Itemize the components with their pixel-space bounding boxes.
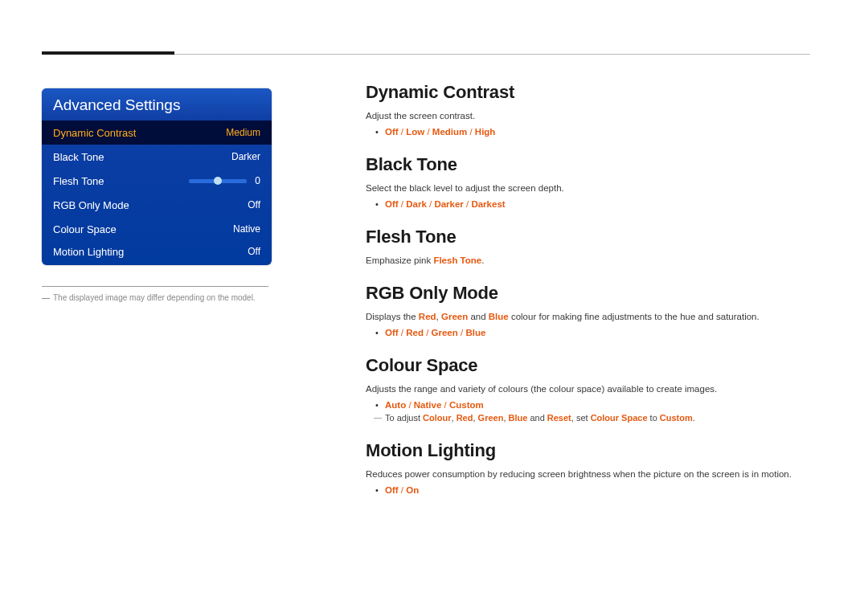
section-desc: Displays the Red, Green and Blue colour … <box>366 312 816 321</box>
highlight: Red <box>419 312 436 321</box>
option: High <box>475 127 496 137</box>
osd-row-motion-lighting[interactable]: Motion Lighting Off <box>42 241 272 265</box>
text: to <box>648 413 660 423</box>
option: Medium <box>432 127 467 137</box>
options-list: Off / On <box>366 485 816 495</box>
osd-row-value: Darker <box>231 151 260 162</box>
option: Custom <box>449 400 484 410</box>
settings-preview-panel: Advanced Settings Dynamic Contrast Mediu… <box>42 88 272 302</box>
text: To adjust <box>385 413 423 423</box>
osd-row-rgb-only[interactable]: RGB Only Mode Off <box>42 193 272 217</box>
section-title: Black Tone <box>366 154 816 175</box>
options-list: Off / Low / Medium / High <box>366 127 816 137</box>
highlight: Reset <box>547 413 571 423</box>
osd-row-label: Colour Space <box>53 223 117 235</box>
section-title: Colour Space <box>366 355 816 376</box>
text: and <box>527 413 547 423</box>
section-title: Motion Lighting <box>366 440 816 461</box>
osd-row-value: Off <box>248 199 260 210</box>
osd-row-label: Dynamic Contrast <box>53 127 136 139</box>
footnote-text: The displayed image may differ depending… <box>53 293 256 302</box>
option: Darker <box>434 199 463 209</box>
section-desc: Select the black level to adjust the scr… <box>366 183 816 193</box>
osd-row-label: RGB Only Mode <box>53 199 129 211</box>
osd-row-value: Off <box>248 246 260 257</box>
option: Green <box>432 328 458 337</box>
osd-row-dynamic-contrast[interactable]: Dynamic Contrast Medium <box>42 121 272 145</box>
text: , set <box>571 413 591 423</box>
osd-row-value: Native <box>233 223 260 235</box>
descriptions-column: Dynamic Contrast Adjust the screen contr… <box>366 82 816 498</box>
section-desc: Adjust the screen contrast. <box>366 111 816 121</box>
highlight: Green <box>441 312 468 321</box>
osd-row-black-tone[interactable]: Black Tone Darker <box>42 145 272 169</box>
osd-row-label: Motion Lighting <box>53 246 124 258</box>
option: Blue <box>465 328 485 337</box>
option: Dark <box>406 199 427 209</box>
option: Darkest <box>471 199 505 209</box>
section-colour-space: Colour Space Adjusts the range and varie… <box>366 355 816 423</box>
highlight: Green <box>478 413 504 423</box>
osd-row-value: Medium <box>226 127 260 138</box>
osd-row-colour-space[interactable]: Colour Space Native <box>42 217 272 241</box>
section-title: Dynamic Contrast <box>366 82 816 103</box>
osd-row-label: Flesh Tone <box>53 175 104 187</box>
highlight: Blue <box>509 413 528 423</box>
option: Off <box>385 485 399 495</box>
section-desc: Emphasize pink Flesh Tone. <box>366 255 816 265</box>
section-desc: Adjusts the range and variety of colours… <box>366 384 816 394</box>
option: Off <box>385 199 399 209</box>
option: On <box>406 485 419 495</box>
highlight: Red <box>457 413 473 423</box>
option: Off <box>385 127 399 137</box>
header-rule <box>42 54 810 55</box>
highlight: Colour Space <box>591 413 648 423</box>
osd-row-label: Black Tone <box>53 151 104 163</box>
text: Displays the <box>366 312 419 321</box>
highlight: Flesh Tone <box>433 255 481 265</box>
options-list: Auto / Native / Custom <box>366 400 816 410</box>
flesh-tone-slider[interactable] <box>189 179 247 183</box>
footnote: ―The displayed image may differ dependin… <box>42 293 272 302</box>
section-flesh-tone: Flesh Tone Emphasize pink Flesh Tone. <box>366 227 816 265</box>
osd-title: Advanced Settings <box>42 88 272 121</box>
section-title: RGB Only Mode <box>366 283 816 304</box>
text: and <box>468 312 489 321</box>
section-title: Flesh Tone <box>366 227 816 247</box>
option: Auto <box>385 400 406 410</box>
text: . <box>481 255 484 265</box>
section-dynamic-contrast: Dynamic Contrast Adjust the screen contr… <box>366 82 816 137</box>
osd-row-flesh-tone[interactable]: Flesh Tone 0 <box>42 169 272 193</box>
section-black-tone: Black Tone Select the black level to adj… <box>366 154 816 209</box>
option: Native <box>414 400 442 410</box>
subnote: To adjust Colour, Red, Green, Blue and R… <box>366 413 816 423</box>
section-rgb-only: RGB Only Mode Displays the Red, Green an… <box>366 283 816 337</box>
text: . <box>693 413 695 423</box>
text: Emphasize pink <box>366 255 433 265</box>
options-list: Off / Dark / Darker / Darkest <box>366 199 816 209</box>
highlight: Custom <box>660 413 693 423</box>
option: Off <box>385 328 399 337</box>
section-motion-lighting: Motion Lighting Reduces power consumptio… <box>366 440 816 495</box>
highlight: Blue <box>489 312 509 321</box>
text: colour for making fine adjustments to th… <box>509 312 760 321</box>
section-desc: Reduces power consumption by reducing sc… <box>366 469 816 479</box>
options-list: Off / Red / Green / Blue <box>366 328 816 337</box>
highlight: Colour <box>423 413 451 423</box>
osd-row-value: 0 <box>255 175 260 186</box>
option: Red <box>406 328 424 337</box>
option: Low <box>406 127 424 137</box>
osd-panel: Advanced Settings Dynamic Contrast Mediu… <box>42 88 272 265</box>
left-divider <box>42 286 268 287</box>
